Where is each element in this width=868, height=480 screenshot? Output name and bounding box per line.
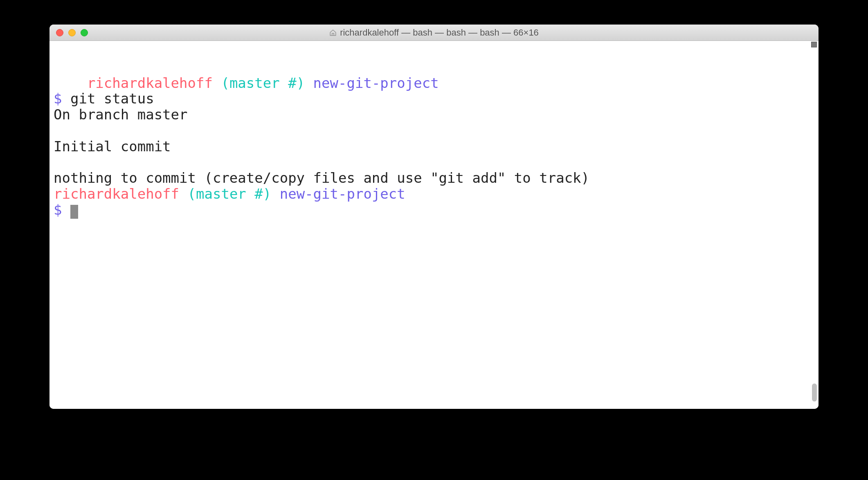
window-title-text: richardkalehoff — bash — bash — bash — 6… [340,27,539,38]
output-line: nothing to commit (create/copy files and… [54,170,589,186]
prompt-path: new-git-project [313,75,439,91]
prompt-path: new-git-project [280,186,405,202]
cursor [70,205,78,219]
maximize-button[interactable] [81,29,88,36]
window-title: richardkalehoff — bash — bash — bash — 6… [49,27,819,38]
home-icon [329,29,337,36]
terminal-content[interactable]: richardkalehoff (master #) new-git-proje… [49,41,819,409]
scrollbar-thumb[interactable] [812,384,817,401]
command-text: git status [70,90,154,107]
prompt-user: richardkalehoff [54,186,179,202]
prompt-symbol: $ [54,90,62,107]
output-line: Initial commit [54,138,171,155]
scroll-marker-icon [811,42,817,47]
close-button[interactable] [56,29,63,36]
output-line: On branch master [54,106,188,123]
prompt-branch: (master #) [221,75,305,91]
terminal-window: richardkalehoff — bash — bash — bash — 6… [49,25,819,409]
prompt-user: richardkalehoff [87,75,213,91]
prompt-branch: (master #) [188,186,272,202]
prompt-symbol: $ [54,202,62,218]
traffic-lights [49,29,88,36]
minimize-button[interactable] [68,29,76,36]
titlebar[interactable]: richardkalehoff — bash — bash — bash — 6… [49,25,819,41]
